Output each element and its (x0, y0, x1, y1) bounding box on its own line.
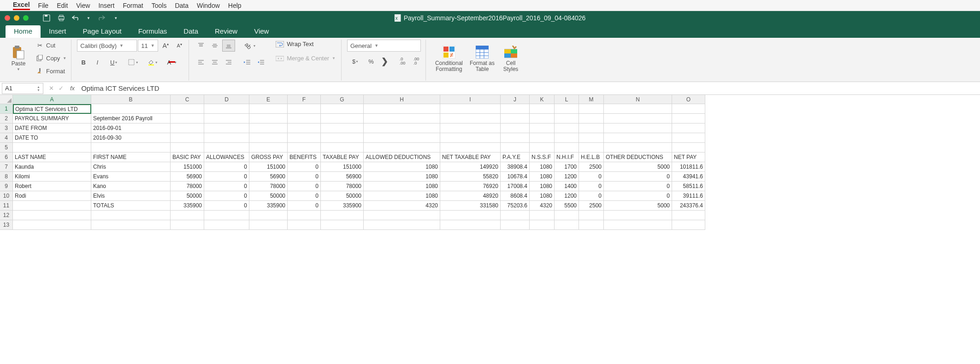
cell[interactable] (530, 220, 555, 230)
align-left-button[interactable] (195, 56, 207, 68)
tab-home[interactable]: Home (6, 25, 41, 38)
cell[interactable]: 1080 (530, 162, 555, 172)
cell[interactable]: 50000 (171, 191, 204, 201)
cell[interactable]: 5000 (604, 201, 672, 211)
cell[interactable] (364, 143, 440, 153)
tab-page-layout[interactable]: Page Layout (75, 25, 130, 38)
increase-decimal-button[interactable]: .0.00 (396, 55, 409, 67)
cell[interactable] (555, 220, 579, 230)
copy-button[interactable]: Copy ▼ (34, 53, 68, 64)
row-header[interactable]: 10 (0, 191, 13, 201)
cell[interactable]: 1080 (364, 172, 440, 182)
cell[interactable] (171, 220, 204, 230)
row-header[interactable]: 12 (0, 211, 13, 220)
cell[interactable]: 48920 (440, 191, 501, 201)
cell[interactable]: 5000 (604, 162, 672, 172)
cell[interactable]: 335900 (321, 201, 364, 211)
cell[interactable]: 151000 (171, 162, 204, 172)
cell[interactable] (204, 104, 249, 114)
column-header[interactable]: O (672, 95, 705, 104)
cell[interactable] (13, 143, 91, 153)
cell[interactable] (288, 220, 321, 230)
comma-button[interactable]: ❯ (378, 55, 391, 67)
row-header[interactable]: 13 (0, 220, 13, 230)
cell[interactable] (604, 114, 672, 123)
cell[interactable] (171, 143, 204, 153)
cell[interactable] (501, 114, 530, 123)
cell[interactable]: 56900 (171, 172, 204, 182)
column-header[interactable]: F (288, 95, 321, 104)
cell[interactable]: 55820 (440, 172, 501, 182)
cell[interactable]: 56900 (249, 172, 288, 182)
cell[interactable] (204, 114, 249, 123)
cell[interactable]: LAST NAME (13, 153, 91, 162)
font-name-select[interactable]: Calibri (Body)▼ (77, 40, 137, 52)
cell[interactable]: 38908.4 (501, 162, 530, 172)
cell[interactable] (91, 211, 171, 220)
menu-view[interactable]: View (76, 2, 90, 9)
align-top-button[interactable] (195, 40, 207, 52)
cell[interactable]: 2016-09-01 (91, 123, 171, 133)
cell[interactable] (501, 133, 530, 143)
cell[interactable] (555, 211, 579, 220)
redo-icon[interactable] (97, 14, 105, 22)
cell[interactable] (555, 114, 579, 123)
menu-help[interactable]: Help (228, 2, 242, 9)
cell[interactable] (530, 133, 555, 143)
zoom-window-button[interactable] (23, 15, 29, 21)
cell[interactable] (530, 114, 555, 123)
cell[interactable]: 243376.4 (672, 201, 705, 211)
cell[interactable] (501, 123, 530, 133)
cell[interactable]: 0 (288, 172, 321, 182)
cell[interactable]: 331580 (440, 201, 501, 211)
align-bottom-button[interactable] (222, 40, 235, 52)
column-header[interactable]: I (440, 95, 501, 104)
tab-insert[interactable]: Insert (41, 25, 75, 38)
row-header[interactable]: 2 (0, 114, 13, 123)
cell[interactable]: Kaunda (13, 162, 91, 172)
cell[interactable]: NET TAXABLE PAY (440, 153, 501, 162)
column-header[interactable]: N (604, 95, 672, 104)
cell[interactable]: 1200 (555, 191, 579, 201)
cell[interactable]: 0 (288, 201, 321, 211)
cell[interactable]: 43941.6 (672, 172, 705, 182)
cell[interactable] (91, 143, 171, 153)
cell[interactable] (579, 143, 604, 153)
cell[interactable]: FIRST NAME (91, 153, 171, 162)
row-header[interactable]: 8 (0, 172, 13, 182)
cell[interactable]: September 2016 Payroll (91, 114, 171, 123)
column-header[interactable]: C (171, 95, 204, 104)
cell[interactable]: 39111.6 (672, 191, 705, 201)
cell[interactable] (364, 114, 440, 123)
number-format-select[interactable]: General▼ (347, 40, 421, 52)
cell[interactable] (171, 211, 204, 220)
undo-icon[interactable] (72, 14, 80, 22)
cell[interactable]: 1700 (555, 162, 579, 172)
cancel-icon[interactable]: ✕ (49, 85, 54, 92)
column-header[interactable]: M (579, 95, 604, 104)
cell[interactable] (321, 143, 364, 153)
cell[interactable] (321, 104, 364, 114)
currency-button[interactable]: $ ▼ (347, 55, 364, 67)
cell[interactable]: 0 (204, 182, 249, 191)
cell[interactable]: 151000 (321, 162, 364, 172)
cell[interactable] (204, 220, 249, 230)
cell[interactable] (288, 104, 321, 114)
cell[interactable] (288, 114, 321, 123)
row-header[interactable]: 11 (0, 201, 13, 211)
cell[interactable] (171, 133, 204, 143)
format-painter-button[interactable]: Format (34, 65, 68, 76)
cell[interactable] (604, 211, 672, 220)
cell[interactable] (501, 211, 530, 220)
cell[interactable] (440, 104, 501, 114)
cell[interactable] (204, 211, 249, 220)
menu-tools[interactable]: Tools (152, 2, 167, 9)
cell[interactable]: 0 (288, 191, 321, 201)
cell[interactable]: TOTALS (91, 201, 171, 211)
cell[interactable] (501, 220, 530, 230)
cell[interactable]: Robert (13, 182, 91, 191)
underline-button[interactable]: U ▼ (105, 56, 123, 68)
cell[interactable] (530, 211, 555, 220)
cell[interactable] (13, 220, 91, 230)
cell[interactable] (249, 123, 288, 133)
